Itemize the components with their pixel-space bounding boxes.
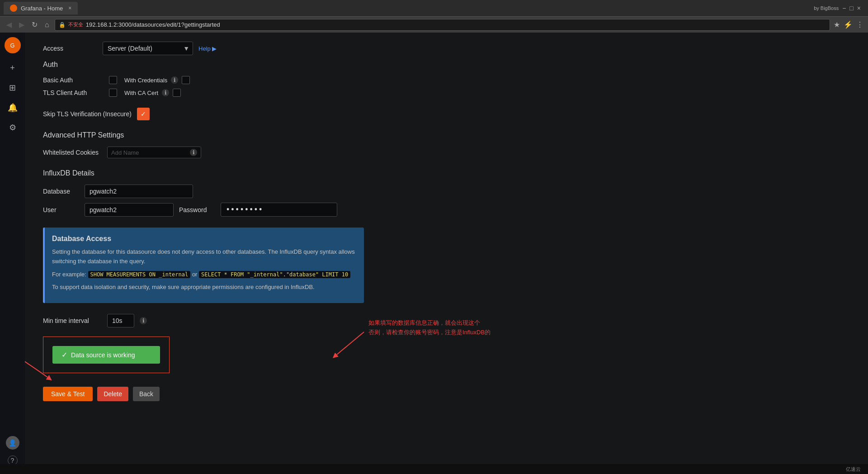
save-annotation-arrow <box>25 327 61 382</box>
window-close[interactable]: × <box>857 5 861 12</box>
window-maximize[interactable]: □ <box>849 5 853 12</box>
database-access-title: Database Access <box>52 235 357 243</box>
main-content: Access Server (Default) ▼ Help ▶ Auth Ba… <box>25 33 868 474</box>
with-ca-cert-checkbox[interactable] <box>173 89 181 97</box>
user-row: User Password <box>43 203 850 217</box>
extensions-icon[interactable]: ⚡ <box>844 20 853 29</box>
user-label: User <box>43 206 79 213</box>
access-row: Access Server (Default) ▼ Help ▶ <box>43 42 850 55</box>
with-ca-cert-info-icon[interactable]: ℹ <box>162 89 169 96</box>
advanced-http-section: Advanced HTTP Settings Whitelisted Cooki… <box>43 131 850 158</box>
nav-forward-btn[interactable]: ▶ <box>17 19 26 30</box>
database-access-text1: Setting the database for this datasource… <box>52 247 357 266</box>
nav-reload-btn[interactable]: ↻ <box>30 19 39 30</box>
interval-info-icon[interactable]: ℹ <box>140 317 147 324</box>
with-credentials-group: With Credentials ℹ <box>124 76 190 84</box>
status-text: 亿速云 <box>846 466 861 473</box>
with-credentials-label: With Credentials <box>124 77 167 84</box>
database-input[interactable] <box>85 185 193 198</box>
skip-tls-toggle[interactable] <box>137 108 150 120</box>
bookmark-icon[interactable]: ★ <box>834 20 840 29</box>
success-check-icon: ✓ <box>61 351 67 359</box>
auth-section: Auth Basic Auth With Credentials ℹ TLS C… <box>43 61 850 97</box>
basic-auth-label: Basic Auth <box>43 76 102 84</box>
with-credentials-info-icon[interactable]: ℹ <box>171 76 178 84</box>
password-input[interactable] <box>221 203 337 217</box>
browser-tab[interactable]: Grafana - Home × <box>4 2 78 14</box>
user-label: by BigBoss <box>814 5 839 11</box>
nav-back-btn[interactable]: ◀ <box>5 19 14 30</box>
tab-favicon <box>10 5 17 12</box>
data-source-working-btn[interactable]: ✓ Data source is working <box>52 346 160 364</box>
tls-client-auth-checkbox[interactable] <box>109 89 117 97</box>
nav-home-btn[interactable]: ⌂ <box>43 20 51 30</box>
cookie-input-group: ℹ <box>107 147 201 158</box>
skip-tls-label: Skip TLS Verification (Insecure) <box>43 110 132 118</box>
database-access-text3: To support data isolation and security, … <box>52 283 357 292</box>
sidebar-item-settings[interactable]: ⚙ <box>4 118 22 137</box>
interval-label: Min time interval <box>43 317 102 324</box>
sidebar-item-dashboards[interactable]: ⊞ <box>4 79 22 97</box>
password-label: Password <box>179 206 215 213</box>
for-example-text: For example: <box>52 271 86 278</box>
sidebar: G + ⊞ 🔔 ⚙ 👤 ? <box>0 33 25 474</box>
whitelisted-cookies-label: Whitelisted Cookies <box>43 149 102 156</box>
database-access-example: For example: SHOW MEASUREMENTS ON _inter… <box>52 270 357 280</box>
window-minimize[interactable]: − <box>842 5 846 12</box>
grafana-logo[interactable]: G <box>5 37 21 53</box>
user-avatar[interactable]: 👤 <box>6 436 19 450</box>
database-row: Database <box>43 185 850 198</box>
menu-icon[interactable]: ⋮ <box>856 20 863 29</box>
basic-auth-checkbox[interactable] <box>109 76 117 84</box>
tls-client-auth-checkbox-item <box>109 89 117 97</box>
database-label: Database <box>43 188 79 195</box>
svg-text:G: G <box>10 42 14 49</box>
success-annotation-arrow <box>332 327 368 364</box>
sidebar-item-alerts[interactable]: 🔔 <box>4 99 22 117</box>
with-ca-cert-label: With CA Cert <box>124 90 158 96</box>
success-annotation-text: 如果填写的数据库信息正确，就会出现这个 否则，请检查你的账号密码，注意是Infl… <box>368 319 491 336</box>
add-icon: + <box>10 63 15 73</box>
auth-section-label: Auth <box>43 61 850 69</box>
with-ca-cert-group: With CA Cert ℹ <box>124 89 181 97</box>
influxdb-section: InfluxDB Details Database User Password <box>43 169 850 217</box>
add-name-input[interactable] <box>111 149 187 156</box>
tab-close-btn[interactable]: × <box>68 5 71 11</box>
influxdb-section-label: InfluxDB Details <box>43 169 850 177</box>
status-bar: 亿速云 <box>0 464 868 474</box>
cookies-info-icon[interactable]: ℹ <box>190 149 197 156</box>
alerts-icon: 🔔 <box>8 103 18 113</box>
success-container: ✓ Data source is working <box>43 337 170 373</box>
dashboards-icon: ⊞ <box>9 83 16 93</box>
address-text: 192.168.1.2:3000/datasources/edit/1?gett… <box>86 21 220 28</box>
success-area: 信息填写完成后记得点保存 ✓ Data source is working 如果… <box>43 337 850 373</box>
tls-client-auth-label: TLS Client Auth <box>43 89 102 96</box>
database-access-info-box: Database Access Setting the database for… <box>43 228 364 303</box>
code-example-1: SHOW MEASUREMENTS ON _internal <box>88 271 191 278</box>
tls-auth-row: TLS Client Auth With CA Cert ℹ <box>43 89 850 97</box>
access-select[interactable]: Server (Default) <box>103 42 193 55</box>
lock-icon: 🔒 <box>59 22 66 28</box>
settings-icon: ⚙ <box>9 123 16 133</box>
access-label: Access <box>43 45 97 52</box>
access-select-wrapper: Server (Default) ▼ <box>103 42 193 55</box>
with-credentials-checkbox[interactable] <box>182 76 190 84</box>
tab-title: Grafana - Home <box>21 5 63 12</box>
sidebar-item-add[interactable]: + <box>4 59 22 77</box>
save-test-button[interactable]: Save & Test <box>43 387 93 401</box>
help-link[interactable]: Help ▶ <box>198 45 217 52</box>
insecure-label: 不安全 <box>68 21 83 28</box>
advanced-http-section-label: Advanced HTTP Settings <box>43 131 850 139</box>
delete-button[interactable]: Delete <box>97 387 128 401</box>
back-button[interactable]: Back <box>133 387 160 401</box>
user-input[interactable] <box>85 203 174 217</box>
success-annotation: 如果填写的数据库信息正确，就会出现这个 否则，请检查你的账号密码，注意是Infl… <box>368 318 491 337</box>
success-message: Data source is working <box>71 351 135 359</box>
address-bar[interactable]: 🔒 不安全 192.168.1.2:3000/datasources/edit/… <box>55 19 830 31</box>
skip-tls-row: Skip TLS Verification (Insecure) <box>43 108 850 120</box>
or-text: or <box>192 271 199 278</box>
interval-input[interactable] <box>107 314 134 327</box>
basic-auth-checkbox-item <box>109 76 117 84</box>
bottom-buttons: Save & Test Delete Back <box>43 387 850 401</box>
basic-auth-row: Basic Auth With Credentials ℹ <box>43 76 850 84</box>
